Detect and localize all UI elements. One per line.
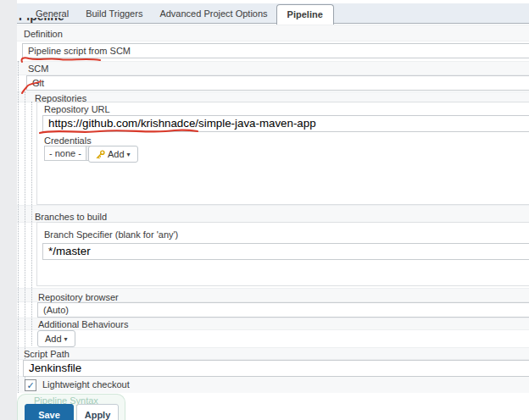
script-path-input[interactable] bbox=[23, 360, 529, 377]
row-stripe bbox=[17, 329, 529, 348]
indent-guide bbox=[31, 102, 32, 345]
repositories-label: Repositories bbox=[35, 93, 86, 103]
row-stripe bbox=[17, 347, 529, 360]
key-icon bbox=[96, 150, 105, 159]
branches-to-build-label: Branches to build bbox=[35, 212, 107, 222]
scm-select[interactable]: Git bbox=[26, 75, 529, 91]
tab-pipeline[interactable]: Pipeline bbox=[276, 4, 334, 25]
repository-browser-label: Repository browser bbox=[38, 292, 119, 302]
indent-guide bbox=[25, 91, 25, 383]
branch-specifier-input[interactable] bbox=[42, 243, 529, 260]
clipped-section-heading: Pipeline bbox=[19, 18, 78, 24]
add-credentials-button[interactable]: Add ▾ bbox=[88, 146, 138, 163]
branch-specifier-label: Branch Specifier (blank for 'any') bbox=[44, 229, 178, 240]
script-path-label: Script Path bbox=[24, 349, 70, 359]
lightweight-checkout-label: Lightweight checkout bbox=[42, 379, 130, 390]
credentials-selected-value: - none - bbox=[44, 146, 86, 161]
lightweight-checkout-checkbox[interactable]: ✓ bbox=[25, 379, 36, 391]
jenkins-pipeline-config-page: General Build Triggers Advanced Project … bbox=[0, 0, 529, 420]
apply-button[interactable]: Apply bbox=[76, 404, 119, 420]
add-behaviour-label: Add bbox=[45, 334, 62, 344]
repository-url-input[interactable] bbox=[42, 115, 529, 132]
caret-down-icon: ▾ bbox=[127, 151, 131, 158]
add-credentials-label: Add bbox=[108, 149, 125, 159]
repository-url-label: Repository URL bbox=[44, 104, 110, 114]
row-stripe bbox=[17, 61, 529, 75]
scm-label: SCM bbox=[28, 64, 48, 74]
save-button[interactable]: Save bbox=[25, 404, 74, 420]
tab-build-triggers[interactable]: Build Triggers bbox=[77, 8, 151, 19]
tab-general[interactable]: General bbox=[27, 8, 77, 19]
credentials-label: Credentials bbox=[44, 135, 92, 146]
page-left-gutter bbox=[0, 0, 17, 420]
caret-down-icon: ▾ bbox=[64, 335, 68, 343]
additional-behaviours-label: Additional Behaviours bbox=[38, 319, 128, 329]
definition-label: Definition bbox=[24, 29, 63, 39]
definition-select[interactable]: Pipeline script from SCM bbox=[22, 43, 529, 58]
tab-advanced-project-options[interactable]: Advanced Project Options bbox=[151, 8, 276, 19]
config-tab-bar: General Build Triggers Advanced Project … bbox=[17, 3, 529, 24]
check-icon: ✓ bbox=[26, 380, 34, 390]
indent-guide bbox=[18, 61, 19, 393]
row-stripe bbox=[17, 25, 529, 41]
repository-browser-select[interactable]: (Auto) bbox=[37, 302, 529, 318]
add-behaviour-button[interactable]: Add ▾ bbox=[37, 330, 75, 347]
